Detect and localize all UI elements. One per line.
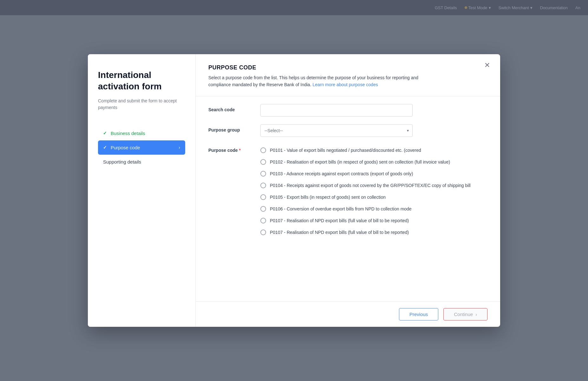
purpose-group-select-wrapper: --Select-- ▾ [260, 124, 413, 137]
purpose-code-label: Purpose code [208, 145, 253, 153]
radio-label-p0101[interactable]: P0101 - Value of export bills negotiated… [270, 147, 421, 154]
radio-label-p0102[interactable]: P0102 - Realisation of export bills (in … [270, 159, 450, 165]
previous-button[interactable]: Previous [399, 308, 438, 320]
close-button[interactable]: ✕ [484, 62, 490, 69]
step-supporting-details[interactable]: Supporting details [98, 155, 185, 169]
radio-label-p0106[interactable]: P0106 - Conversion of overdue export bil… [270, 206, 412, 212]
step-business-details[interactable]: ✓ Business details [98, 126, 185, 140]
learn-more-link[interactable]: Learn more about purpose codes [312, 82, 378, 87]
form-sidebar: International activation form Complete a… [88, 54, 196, 327]
list-item: P0107 - Realisation of NPD export bills … [260, 227, 476, 238]
list-item: P0106 - Conversion of overdue export bil… [260, 203, 476, 215]
radio-p0106[interactable] [260, 206, 266, 212]
radio-label-p0105[interactable]: P0105 - Export bills (in respect of good… [270, 194, 386, 201]
list-item: P0103 - Advance receipts against export … [260, 168, 476, 180]
radio-label-p0107a[interactable]: P0107 - Realisation of NPD export bills … [270, 217, 409, 224]
purpose-code-description: Select a purpose code from the list. Thi… [208, 74, 430, 88]
continue-arrow-icon: › [475, 312, 477, 317]
continue-button[interactable]: Continue › [443, 308, 487, 320]
international-activation-modal: International activation form Complete a… [88, 54, 500, 327]
radio-p0101[interactable] [260, 147, 266, 153]
purpose-group-row: Purpose group --Select-- ▾ [208, 124, 487, 137]
step-purpose-code[interactable]: ✓ Purpose code › [98, 140, 185, 155]
check-icon: ✓ [103, 131, 107, 136]
content-header: ✕ PURPOSE CODE Select a purpose code fro… [196, 54, 500, 96]
chevron-right-icon: › [179, 145, 180, 150]
list-item: P0105 - Export bills (in respect of good… [260, 191, 476, 203]
purpose-code-list: P0101 - Value of export bills negotiated… [260, 145, 476, 238]
purpose-group-label: Purpose group [208, 124, 253, 132]
radio-p0103[interactable] [260, 171, 266, 177]
step-business-details-label: Business details [111, 131, 145, 136]
content-footer: Previous Continue › [196, 301, 500, 327]
list-item: P0104 - Receipts against export of goods… [260, 180, 476, 191]
purpose-code-heading: PURPOSE CODE [208, 64, 487, 71]
radio-p0105[interactable] [260, 194, 266, 200]
check-active-icon: ✓ [103, 145, 107, 150]
step-supporting-details-label: Supporting details [103, 159, 141, 165]
radio-label-p0103[interactable]: P0103 - Advance receipts against export … [270, 171, 413, 177]
purpose-code-row: Purpose code P0101 - Value of export bil… [208, 145, 487, 238]
radio-p0107a[interactable] [260, 218, 266, 223]
list-item: P0107 - Realisation of NPD export bills … [260, 215, 476, 227]
step-purpose-code-label: Purpose code [111, 145, 140, 150]
radio-label-p0104[interactable]: P0104 - Receipts against export of goods… [270, 182, 471, 189]
list-item: P0101 - Value of export bills negotiated… [260, 145, 476, 156]
search-code-input[interactable] [260, 104, 413, 117]
radio-p0107b[interactable] [260, 229, 266, 235]
search-code-row: Search code [208, 104, 487, 117]
form-steps: ✓ Business details ✓ Purpose code › Supp… [98, 126, 185, 169]
purpose-group-select[interactable]: --Select-- [260, 124, 413, 137]
radio-p0104[interactable] [260, 183, 266, 188]
search-code-label: Search code [208, 104, 253, 112]
list-item: P0102 - Realisation of export bills (in … [260, 156, 476, 168]
form-content: ✕ PURPOSE CODE Select a purpose code fro… [196, 54, 500, 327]
radio-p0102[interactable] [260, 159, 266, 165]
radio-label-p0107b[interactable]: P0107 - Realisation of NPD export bills … [270, 229, 409, 236]
content-body: Search code Purpose group --Select-- ▾ P… [196, 96, 500, 301]
form-subtitle: Complete and submit the form to accept p… [98, 98, 185, 111]
form-title: International activation form [98, 69, 185, 93]
